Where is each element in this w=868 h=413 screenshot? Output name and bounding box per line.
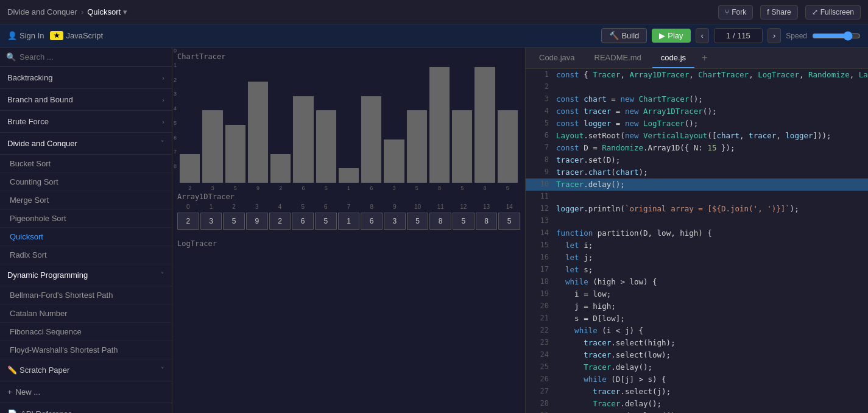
sidebar-item-backtracking[interactable]: Backtracking › bbox=[0, 67, 172, 89]
line-number: 7 bbox=[531, 142, 549, 154]
array-index: 12 bbox=[453, 203, 475, 210]
array-cell: 5 bbox=[315, 213, 337, 230]
array-index: 7 bbox=[338, 203, 360, 210]
code-editor[interactable]: 1const { Tracer, Array1DTracer, ChartTra… bbox=[526, 69, 868, 413]
line-content: Tracer.delay(); bbox=[556, 398, 662, 410]
sidebar-subitem-bucket-sort[interactable]: Bucket Sort bbox=[0, 155, 172, 173]
chart-x-label: 3 bbox=[384, 185, 404, 191]
code-line[interactable]: 12logger.println(`original array = [${D.… bbox=[526, 203, 868, 215]
code-line[interactable]: 20 j = high; bbox=[526, 300, 868, 312]
code-line[interactable]: 28 Tracer.delay(); bbox=[526, 398, 868, 410]
speed-slider[interactable] bbox=[812, 31, 861, 41]
share-button[interactable]: f Share bbox=[760, 5, 797, 19]
sidebar-subitem-merge-sort[interactable]: Merge Sort bbox=[0, 191, 172, 210]
code-line[interactable]: 22 while (i < j) { bbox=[526, 325, 868, 337]
breadcrumb-parent[interactable]: Divide and Conquer bbox=[7, 7, 77, 16]
chart-bar bbox=[225, 125, 245, 183]
search-icon: 🔍 bbox=[6, 52, 16, 62]
code-line[interactable]: 19 i = low; bbox=[526, 288, 868, 300]
tab-readme[interactable]: README.md bbox=[586, 48, 650, 68]
breadcrumb: Divide and Conquer › Quicksort ▾ bbox=[7, 7, 713, 16]
code-line[interactable]: 14function partition(D, low, high) { bbox=[526, 227, 868, 239]
code-line[interactable]: 29 tracer.deselect(j); bbox=[526, 410, 868, 413]
sidebar-subitem-pigeonhole-sort[interactable]: Pigeonhole Sort bbox=[0, 210, 172, 228]
tab-code-java[interactable]: Code.java bbox=[531, 48, 584, 68]
code-line[interactable]: 1const { Tracer, Array1DTracer, ChartTra… bbox=[526, 69, 868, 81]
prev-button[interactable]: ‹ bbox=[696, 28, 709, 43]
sidebar-subitem-radix-sort[interactable]: Radix Sort bbox=[0, 246, 172, 264]
build-button[interactable]: 🔨 Build bbox=[601, 28, 647, 43]
sidebar-subitem-floyd-warshall[interactable]: Floyd-Warshall's Shortest Path bbox=[0, 341, 172, 359]
fullscreen-icon: ⤢ bbox=[812, 8, 818, 16]
sidebar-subitem-catalan-number[interactable]: Catalan Number bbox=[0, 305, 172, 323]
array-tracer-label: Array1DTracer bbox=[177, 192, 520, 201]
code-line[interactable]: 25 Tracer.delay(); bbox=[526, 361, 868, 373]
search-box: 🔍 bbox=[0, 48, 172, 67]
array-cell: 6 bbox=[292, 213, 314, 230]
line-content: const chart = new ChartTracer(); bbox=[556, 93, 703, 105]
language-tag[interactable]: ★ JavaScript bbox=[50, 31, 103, 40]
line-number: 22 bbox=[531, 325, 549, 336]
code-line[interactable]: 15 let i; bbox=[526, 239, 868, 252]
array-index: 11 bbox=[429, 203, 451, 210]
code-line[interactable]: 10Tracer.delay(); bbox=[526, 178, 868, 191]
code-line[interactable]: 17 let s; bbox=[526, 264, 868, 276]
chart-x-labels: 235926516358585 bbox=[177, 185, 520, 191]
array-index: 2 bbox=[223, 203, 245, 210]
code-line[interactable]: 4const tracer = new Array1DTracer(); bbox=[526, 105, 868, 118]
tab-code-js[interactable]: code.js bbox=[652, 48, 694, 68]
line-number: 4 bbox=[531, 105, 549, 117]
sidebar-subitem-fibonacci[interactable]: Fibonacci Sequence bbox=[0, 323, 172, 341]
search-input[interactable] bbox=[19, 52, 166, 62]
code-line[interactable]: 21 s = D[low]; bbox=[526, 312, 868, 325]
sign-in-button[interactable]: 👤 Sign In bbox=[7, 31, 44, 40]
chevron-right-icon: › bbox=[162, 74, 164, 82]
code-line[interactable]: 5const logger = new LogTracer(); bbox=[526, 118, 868, 130]
api-reference-button[interactable]: 📄 API Reference bbox=[0, 403, 172, 413]
line-content: Layout.setRoot(new VerticalLayout([chart… bbox=[556, 130, 831, 142]
code-line[interactable]: 13 bbox=[526, 215, 868, 227]
code-line[interactable]: 16 let j; bbox=[526, 252, 868, 264]
new-button[interactable]: + New ... bbox=[0, 381, 172, 403]
line-content: function partition(D, low, high) { bbox=[556, 227, 712, 239]
chart-bar bbox=[498, 110, 518, 183]
code-line[interactable]: 27 tracer.select(j); bbox=[526, 386, 868, 398]
code-line[interactable]: 7const D = Randomize.Array1D({ N: 15 }); bbox=[526, 142, 868, 154]
code-line[interactable]: 11 bbox=[526, 191, 868, 203]
line-number: 28 bbox=[531, 398, 549, 409]
code-line[interactable]: 8tracer.set(D); bbox=[526, 154, 868, 166]
code-line[interactable]: 18 while (high > low) { bbox=[526, 276, 868, 288]
sidebar-item-scratch-paper[interactable]: ✏️ Scratch Paper ˅ bbox=[0, 359, 172, 381]
chart-x-label: 8 bbox=[429, 185, 450, 191]
line-number: 21 bbox=[531, 312, 549, 324]
chart-bar bbox=[429, 67, 450, 183]
code-line[interactable]: 9tracer.chart(chart); bbox=[526, 166, 868, 178]
sidebar-subitem-quicksort[interactable]: Quicksort bbox=[0, 228, 172, 246]
chart-bar bbox=[293, 96, 313, 183]
fullscreen-button[interactable]: ⤢ Fullscreen bbox=[805, 5, 861, 19]
line-number: 3 bbox=[531, 93, 549, 105]
chart-bar bbox=[270, 154, 291, 183]
play-icon: ▶ bbox=[659, 31, 665, 40]
sidebar-item-brute-force[interactable]: Brute Force › bbox=[0, 111, 172, 133]
sidebar-item-dynamic-programming[interactable]: Dynamic Programming ˅ bbox=[0, 264, 172, 286]
line-content: j = high; bbox=[556, 300, 616, 312]
code-line[interactable]: 26 while (D[j] > s) { bbox=[526, 373, 868, 386]
code-line[interactable]: 24 tracer.select(low); bbox=[526, 349, 868, 361]
code-line[interactable]: 2 bbox=[526, 81, 868, 93]
user-icon: 👤 bbox=[7, 31, 17, 40]
breadcrumb-current[interactable]: Quicksort ▾ bbox=[87, 7, 127, 16]
next-button[interactable]: › bbox=[767, 28, 781, 43]
code-line[interactable]: 23 tracer.select(high); bbox=[526, 337, 868, 349]
code-line[interactable]: 3const chart = new ChartTracer(); bbox=[526, 93, 868, 105]
line-content: const logger = new LogTracer(); bbox=[556, 118, 698, 130]
array-index: 6 bbox=[315, 203, 337, 210]
sidebar-subitem-bellman-ford[interactable]: Bellman-Ford's Shortest Path bbox=[0, 286, 172, 305]
code-line[interactable]: 6Layout.setRoot(new VerticalLayout([char… bbox=[526, 130, 868, 142]
sidebar-subitem-counting-sort[interactable]: Counting Sort bbox=[0, 173, 172, 191]
sidebar-item-divide-and-conquer[interactable]: Divide and Conquer ˅ bbox=[0, 133, 172, 155]
fork-button[interactable]: ⑂ Fork bbox=[718, 5, 753, 19]
add-tab-button[interactable]: + bbox=[697, 48, 712, 68]
sidebar-item-branch-and-bound[interactable]: Branch and Bound › bbox=[0, 89, 172, 111]
play-button[interactable]: ▶ Play bbox=[652, 29, 690, 43]
